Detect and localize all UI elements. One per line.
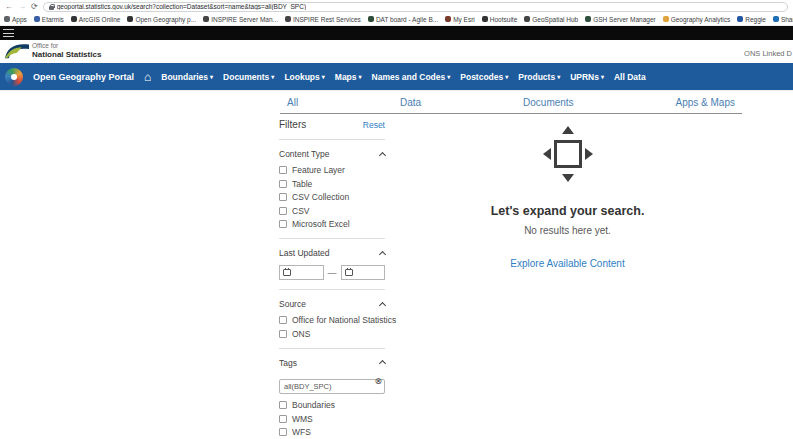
- clear-tag-icon[interactable]: ⊗: [374, 377, 382, 386]
- nav-item-documents[interactable]: Documents▾: [223, 72, 274, 82]
- bookmark[interactable]: Geography Analytics: [663, 16, 731, 23]
- filter-option-feature-layer[interactable]: Feature Layer: [279, 165, 385, 175]
- caret-down-icon: ▾: [601, 74, 604, 80]
- bookmark[interactable]: My Esri: [445, 16, 475, 23]
- tab-documents[interactable]: Documents: [523, 97, 574, 108]
- caret-down-icon: ▾: [447, 74, 450, 80]
- content-type-section-header[interactable]: Content Type: [279, 149, 385, 159]
- tags-section-header[interactable]: Tags: [279, 358, 385, 368]
- filter-option-table[interactable]: Table: [279, 179, 385, 189]
- nav-item-products[interactable]: Products▾: [518, 72, 560, 82]
- bookmark[interactable]: SharePoint: [773, 16, 793, 23]
- hamburger-menu-icon[interactable]: [3, 29, 14, 37]
- filter-option-wms[interactable]: WMS: [279, 414, 385, 424]
- checkbox[interactable]: [279, 330, 287, 338]
- checkbox[interactable]: [279, 220, 287, 228]
- filters-panel: Filters Reset Content Type Feature Layer…: [279, 119, 385, 439]
- source-section-header[interactable]: Source: [279, 299, 385, 309]
- tab-data[interactable]: Data: [400, 97, 421, 108]
- bookmark-favicon: [482, 16, 488, 22]
- last-updated-section-header[interactable]: Last Updated: [279, 248, 385, 258]
- nav-item-lookups[interactable]: Lookups▾: [284, 72, 324, 82]
- tab-all[interactable]: All: [287, 97, 298, 108]
- nav-item-names-and-codes[interactable]: Names and Codes▾: [372, 72, 451, 82]
- open-geography-portal-logo-icon[interactable]: [5, 68, 23, 86]
- bookmark[interactable]: Reggie: [737, 16, 766, 23]
- nav-item-uprns[interactable]: UPRNs▾: [570, 72, 604, 82]
- bookmark[interactable]: Open Geography p...: [127, 16, 196, 23]
- explore-available-content-link[interactable]: Explore Available Content: [390, 258, 745, 269]
- padlock-icon: [49, 4, 54, 10]
- filter-option-csv-collection[interactable]: CSV Collection: [279, 192, 385, 202]
- filters-title: Filters: [279, 119, 306, 130]
- empty-state-title: Let's expand your search.: [390, 204, 745, 218]
- bookmark[interactable]: Etarmis: [34, 16, 64, 23]
- ons-linked-data-link[interactable]: ONS Linked D: [744, 49, 792, 58]
- portal-title[interactable]: Open Geography Portal: [33, 72, 134, 82]
- filter-option-boundaries[interactable]: Boundaries: [279, 400, 385, 410]
- chevron-up-icon[interactable]: [379, 360, 386, 367]
- ons-logo[interactable]: Office for National Statistics: [5, 42, 101, 59]
- bookmark-apps[interactable]: Apps: [4, 16, 27, 23]
- nav-item-maps[interactable]: Maps▾: [335, 72, 362, 82]
- bookmark-favicon: [524, 16, 530, 22]
- calendar-icon: [283, 269, 291, 276]
- filter-option-csv[interactable]: CSV: [279, 206, 385, 216]
- filter-option-ons[interactable]: ONS: [279, 329, 385, 339]
- home-icon[interactable]: ⌂: [144, 71, 151, 83]
- bookmark-favicon: [663, 16, 669, 22]
- date-to-input[interactable]: [341, 265, 386, 280]
- forward-icon[interactable]: →: [18, 3, 26, 11]
- bookmark[interactable]: GeoSpatial Hub: [524, 16, 578, 23]
- checkbox[interactable]: [279, 193, 287, 201]
- chevron-up-icon[interactable]: [379, 251, 386, 258]
- bookmark[interactable]: GSH Server Manager: [585, 16, 656, 23]
- date-range-separator: —: [328, 268, 337, 278]
- bookmark[interactable]: Hootsuite: [482, 16, 517, 23]
- back-icon[interactable]: ←: [5, 3, 13, 11]
- bookmark-favicon: [368, 16, 374, 22]
- ons-header: Office for National Statistics ONS Linke…: [0, 40, 793, 63]
- nav-item-all-data[interactable]: All Data: [614, 72, 646, 82]
- checkbox[interactable]: [279, 180, 287, 188]
- empty-state-subtitle: No results here yet.: [390, 225, 745, 236]
- chevron-up-icon[interactable]: [379, 302, 386, 309]
- bookmark[interactable]: INSPIRE Rest Services: [285, 16, 361, 23]
- bookmark[interactable]: ArcGIS Online: [71, 16, 121, 23]
- bookmark-favicon: [34, 16, 40, 22]
- date-from-input[interactable]: [279, 265, 324, 280]
- caret-down-icon: ▾: [271, 74, 274, 80]
- caret-down-icon: ▾: [322, 74, 325, 80]
- reload-icon[interactable]: ⟳: [31, 3, 38, 11]
- divider: [279, 348, 385, 349]
- filter-option-wfs[interactable]: WFS: [279, 427, 385, 437]
- filter-option-office-for-national-statistics[interactable]: Office for National Statistics: [279, 315, 385, 325]
- divider: [279, 238, 385, 239]
- address-bar[interactable]: geoportal.statistics.gov.uk/search?colle…: [43, 2, 788, 12]
- checkbox[interactable]: [279, 166, 287, 174]
- nav-item-postcodes[interactable]: Postcodes▾: [460, 72, 508, 82]
- reset-filters-link[interactable]: Reset: [363, 120, 385, 130]
- nav-item-boundaries[interactable]: Boundaries▾: [161, 72, 213, 82]
- checkbox[interactable]: [279, 316, 287, 324]
- caret-down-icon: ▾: [210, 74, 213, 80]
- bookmark-favicon: [737, 16, 743, 22]
- tab-apps-maps[interactable]: Apps & Maps: [676, 97, 735, 108]
- browser-toolbar: ← → ⟳ geoportal.statistics.gov.uk/search…: [0, 0, 793, 13]
- ons-swoosh-icon: [5, 42, 29, 59]
- browser-window: ← → ⟳ geoportal.statistics.gov.uk/search…: [0, 0, 793, 439]
- bookmark[interactable]: DAT board - Agile B...: [368, 16, 438, 23]
- apps-grid-icon: [4, 16, 10, 22]
- checkbox[interactable]: [279, 428, 287, 436]
- chevron-up-icon[interactable]: [379, 151, 386, 158]
- ons-logo-line1: Office for: [32, 42, 101, 50]
- divider: [279, 289, 385, 290]
- tags-filter-input[interactable]: [279, 379, 385, 394]
- checkbox[interactable]: [279, 401, 287, 409]
- filter-option-microsoft-excel[interactable]: Microsoft Excel: [279, 219, 385, 229]
- checkbox[interactable]: [279, 207, 287, 215]
- bookmark[interactable]: INSPIRE Server Man...: [203, 16, 278, 23]
- content-type-title: Content Type: [279, 149, 329, 159]
- checkbox[interactable]: [279, 415, 287, 423]
- bookmark-favicon: [71, 16, 77, 22]
